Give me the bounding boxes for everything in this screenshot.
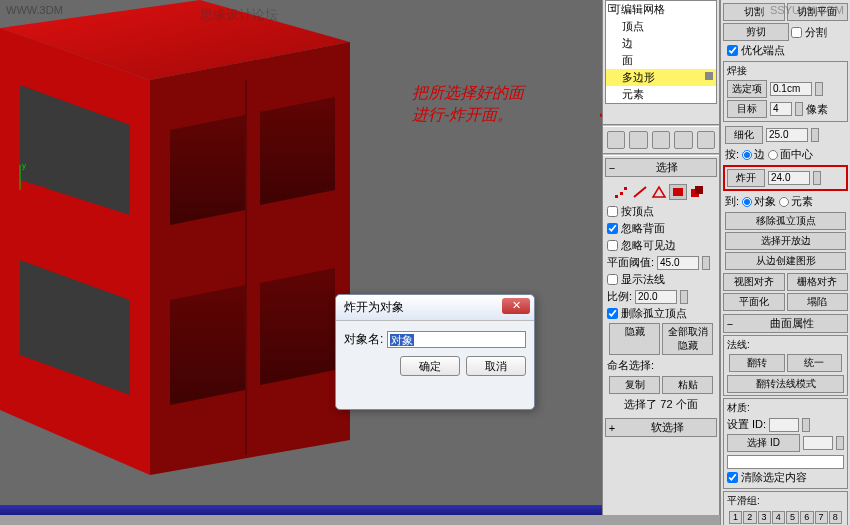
object-name-input[interactable]: 对象 xyxy=(387,331,526,348)
stack-toolbar xyxy=(603,129,719,151)
tess-edge-radio[interactable] xyxy=(742,150,752,160)
copy-button[interactable]: 复制 xyxy=(609,376,660,394)
select-rollout-header[interactable]: −选择 xyxy=(605,158,717,177)
spinner[interactable] xyxy=(802,418,810,432)
spinner[interactable] xyxy=(702,256,710,270)
tree-root[interactable]: 可编辑网格 xyxy=(606,1,716,18)
config-button[interactable] xyxy=(697,131,715,149)
smooth-group-4[interactable]: 4 xyxy=(772,511,785,524)
tree-vertex[interactable]: 顶点 xyxy=(606,18,716,35)
tree-element[interactable]: 元素 xyxy=(606,86,716,103)
plane-threshold-input[interactable]: 45.0 xyxy=(657,256,699,270)
hide-button[interactable]: 隐藏 xyxy=(609,323,660,355)
spinner[interactable] xyxy=(813,171,821,185)
close-button[interactable]: ✕ xyxy=(502,298,530,314)
unhide-button[interactable]: 全部取消隐藏 xyxy=(662,323,713,355)
tess-input[interactable]: 25.0 xyxy=(766,128,808,142)
refine-check[interactable] xyxy=(727,45,738,56)
tess-facectr-radio[interactable] xyxy=(768,150,778,160)
watermark: WWW.3DM xyxy=(6,4,63,16)
explode-elem-radio[interactable] xyxy=(779,197,789,207)
spinner[interactable] xyxy=(680,290,688,304)
polygon-icon[interactable] xyxy=(670,185,686,199)
smooth-group-2[interactable]: 2 xyxy=(743,511,756,524)
dialog-titlebar[interactable]: 炸开为对象 ✕ xyxy=(336,295,534,321)
remove-mod-button[interactable] xyxy=(674,131,692,149)
ok-button[interactable]: 确定 xyxy=(400,356,460,376)
normals-group: 法线: 翻转统一 翻转法线模式 xyxy=(723,335,848,396)
smooth-group-1[interactable]: 1 xyxy=(729,511,742,524)
grid-align-button[interactable]: 栅格对齐 xyxy=(787,273,849,291)
dialog-title-text: 炸开为对象 xyxy=(344,300,404,314)
clear-sel-check[interactable] xyxy=(727,472,738,483)
material-dropdown[interactable] xyxy=(727,455,844,469)
spinner[interactable] xyxy=(815,82,823,96)
object-name-label: 对象名: xyxy=(344,331,383,348)
svg-rect-18 xyxy=(624,187,627,190)
weld-pixels-input[interactable]: 4 xyxy=(770,102,792,116)
edge-icon[interactable] xyxy=(632,185,648,199)
remove-iso-button[interactable]: 移除孤立顶点 xyxy=(725,212,846,230)
pin-stack-button[interactable] xyxy=(607,131,625,149)
tree-face[interactable]: 面 xyxy=(606,52,716,69)
set-id-input[interactable] xyxy=(769,418,799,432)
element-icon[interactable] xyxy=(689,185,705,199)
explode-input[interactable]: 24.0 xyxy=(768,171,810,185)
modifier-panel: 可编辑网格 顶点 边 面 多边形 元素 −选择 按顶点 忽略背面 忽略可见边 平… xyxy=(602,0,720,515)
vertex-icon[interactable] xyxy=(613,185,629,199)
tree-polygon[interactable]: 多边形 xyxy=(606,69,716,86)
material-group: 材质: 设置 ID: 选择 ID 清除选定内容 xyxy=(723,398,848,489)
face-icon[interactable] xyxy=(651,185,667,199)
smooth-group-8[interactable]: 8 xyxy=(829,511,842,524)
cancel-button[interactable]: 取消 xyxy=(466,356,526,376)
flip-mode-button[interactable]: 翻转法线模式 xyxy=(727,375,844,393)
smooth-group-3[interactable]: 3 xyxy=(758,511,771,524)
delete-iso-check[interactable] xyxy=(607,308,618,319)
cut2-button[interactable]: 剪切 xyxy=(723,23,789,41)
explode-button[interactable]: 炸开 xyxy=(727,169,765,187)
axis-gizmo: y x xyxy=(10,160,50,200)
soft-select-header[interactable]: +软选择 xyxy=(605,418,717,437)
sel-id-input[interactable] xyxy=(803,436,833,450)
collapse-button[interactable]: 塌陷 xyxy=(787,293,849,311)
svg-rect-23 xyxy=(695,186,703,194)
ignore-vis-check[interactable] xyxy=(607,240,618,251)
select-id-button[interactable]: 选择 ID xyxy=(727,434,800,452)
show-normal-check[interactable] xyxy=(607,274,618,285)
select-open-button[interactable]: 选择开放边 xyxy=(725,232,846,250)
weld-threshold-input[interactable]: 0.1cm xyxy=(770,82,812,96)
smooth-group-7[interactable]: 7 xyxy=(815,511,828,524)
paste-button[interactable]: 粘贴 xyxy=(662,376,713,394)
watermark: 思缘设计论坛 xyxy=(200,6,278,24)
flip-button[interactable]: 翻转 xyxy=(729,354,785,372)
viewport[interactable]: y x WWW.3DM 思缘设计论坛 把所选择好的面 进行-炸开面。 xyxy=(0,0,602,515)
spinner[interactable] xyxy=(795,102,803,116)
spinner[interactable] xyxy=(811,128,819,142)
cube-geometry xyxy=(0,0,350,475)
spinner[interactable] xyxy=(836,436,844,450)
ignore-back-check[interactable] xyxy=(607,223,618,234)
view-align-button[interactable]: 视图对齐 xyxy=(723,273,785,291)
show-result-button[interactable] xyxy=(629,131,647,149)
create-shape-button[interactable]: 从边创建图形 xyxy=(725,252,846,270)
unify-button[interactable]: 统一 xyxy=(787,354,843,372)
scale-input[interactable]: 20.0 xyxy=(635,290,677,304)
split-check[interactable] xyxy=(791,27,802,38)
tree-edge[interactable]: 边 xyxy=(606,35,716,52)
by-vertex-check[interactable] xyxy=(607,206,618,217)
explode-obj-radio[interactable] xyxy=(742,197,752,207)
surface-header[interactable]: −曲面属性 xyxy=(723,314,848,333)
smooth-group-6[interactable]: 6 xyxy=(800,511,813,524)
smooth-group-5[interactable]: 5 xyxy=(786,511,799,524)
make-unique-button[interactable] xyxy=(652,131,670,149)
modifier-stack[interactable]: 可编辑网格 顶点 边 面 多边形 元素 xyxy=(605,0,717,104)
weld-group: 焊接 选定项0.1cm 目标4像素 xyxy=(723,61,848,122)
tessellate-button[interactable]: 细化 xyxy=(725,126,763,144)
svg-marker-8 xyxy=(260,268,335,385)
explode-dialog: 炸开为对象 ✕ 对象名: 对象 确定 取消 xyxy=(335,294,535,410)
selection-count: 选择了 72 个面 xyxy=(607,395,715,414)
planar-button[interactable]: 平面化 xyxy=(723,293,785,311)
weld-target-button[interactable]: 目标 xyxy=(727,100,767,118)
svg-rect-21 xyxy=(673,188,683,196)
weld-sel-button[interactable]: 选定项 xyxy=(727,80,767,98)
